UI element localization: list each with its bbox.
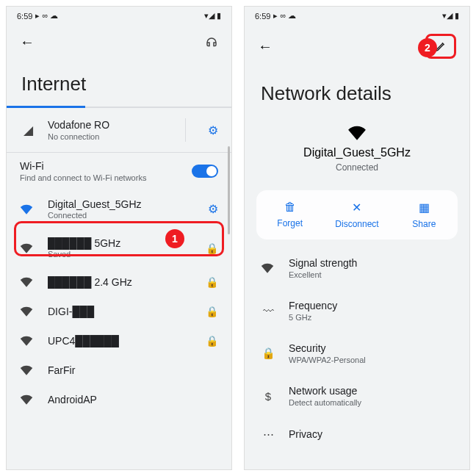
freq-icon: 〰 (261, 305, 275, 317)
detail-row[interactable]: 🔒SecurityWPA/WPA2-Personal (245, 332, 469, 375)
top-bar: ← (7, 25, 231, 60)
wifi-title: Wi-Fi (20, 160, 146, 172)
dollar-icon: $ (261, 390, 275, 403)
detail-value: 5 GHz (289, 313, 337, 322)
wifi-icon (20, 394, 36, 405)
network-name: Digital_Guest_5GHz (245, 146, 469, 159)
wifi-icon (245, 126, 469, 140)
status-right-icons: ▾◢ ▮ (442, 11, 459, 21)
back-icon[interactable]: ← (258, 38, 273, 55)
step-badge-2: 2 (418, 38, 437, 57)
tab-indicator (7, 106, 231, 108)
phone-left: 6:59▸ ∞ ☁ ▾◢ ▮ ← Internet ◢ Vodafone RON… (6, 6, 232, 470)
status-bar: 6:59▸ ∞ ☁ ▾◢ ▮ (7, 7, 231, 25)
detail-label: Signal strength (289, 257, 357, 269)
back-icon[interactable]: ← (20, 34, 35, 51)
detail-value: Excellent (289, 270, 357, 279)
network-name: AndroidAP (48, 394, 218, 405)
detail-label: Frequency (289, 300, 337, 311)
network-row[interactable]: UPC4██████🔒 (7, 326, 231, 356)
close-icon: ✕ (326, 201, 387, 214)
status-bar: 6:59▸ ∞ ☁ ▾◢ ▮ (245, 7, 469, 25)
wifi-icon (20, 277, 36, 287)
wifi-section: Wi-FiFind and connect to Wi-Fi networks (7, 152, 231, 190)
status-time: 6:59 (255, 12, 270, 21)
detail-label: Security (289, 342, 366, 354)
disconnect-button[interactable]: ✕Disconnect (323, 190, 390, 239)
status-right-icons: ▾◢ ▮ (204, 11, 221, 21)
carrier-name: Vodafone RO (48, 119, 173, 131)
lock-icon: 🔒 (206, 306, 218, 317)
scrollbar[interactable] (228, 146, 230, 234)
carrier-status: No connection (48, 132, 173, 141)
carrier-row[interactable]: ◢ Vodafone RONo connection ⚙ (7, 108, 231, 152)
detail-row[interactable]: ⋯Privacy (245, 417, 469, 451)
status-time: 6:59 (17, 12, 32, 21)
page-title: Internet (7, 60, 231, 106)
step-badge-1: 1 (165, 229, 184, 248)
wifi-sub: Find and connect to Wi-Fi networks (20, 173, 146, 182)
network-name: DIGI-███ (48, 306, 194, 317)
cellular-icon: ◢ (20, 123, 36, 138)
wifi-icon (20, 365, 36, 375)
detail-label: Network usage (289, 385, 361, 397)
network-row[interactable]: AndroidAP (7, 385, 231, 414)
gear-icon[interactable]: ⚙ (208, 123, 218, 137)
network-row[interactable]: FarFir (7, 356, 231, 385)
wifi-toggle[interactable] (192, 165, 218, 178)
detail-label: Privacy (289, 428, 322, 440)
trash-icon: 🗑 (259, 201, 320, 214)
wifi-icon (20, 204, 36, 214)
wifi-icon (20, 336, 36, 346)
lock-icon: 🔒 (206, 335, 218, 347)
wifi-icon (261, 263, 275, 273)
detail-row[interactable]: $Network usageDetect automatically (245, 375, 469, 417)
network-name: Digital_Guest_5GHz (48, 198, 196, 210)
qr-icon: ▦ (394, 201, 455, 214)
detail-value: Detect automatically (289, 398, 361, 407)
phone-right: 6:59▸ ∞ ☁ ▾◢ ▮ ← 2 Network details Digit… (244, 6, 470, 470)
gear-icon[interactable]: ⚙ (208, 202, 218, 216)
support-icon[interactable] (205, 36, 218, 49)
wifi-icon (20, 306, 36, 317)
network-name: ██████ 2.4 GHz (48, 276, 194, 288)
detail-row[interactable]: Signal strengthExcellent (245, 247, 469, 289)
network-row[interactable]: ██████ 2.4 GHz🔒 (7, 267, 231, 297)
network-name: FarFir (48, 364, 218, 376)
network-status: Connected (48, 211, 196, 220)
network-row[interactable]: DIGI-███🔒 (7, 297, 231, 326)
detail-row[interactable]: 〰Frequency5 GHz (245, 289, 469, 332)
divider (185, 118, 186, 142)
share-button[interactable]: ▦Share (391, 190, 458, 239)
lock-icon: 🔒 (261, 347, 275, 360)
network-status: Connected (245, 162, 469, 173)
priv-icon: ⋯ (261, 428, 275, 441)
detail-value: WPA/WPA2-Personal (289, 356, 366, 364)
lock-icon: 🔒 (206, 276, 218, 288)
action-bar: 🗑Forget ✕Disconnect ▦Share (256, 190, 458, 239)
page-title: Network details (245, 68, 469, 123)
network-header: Digital_Guest_5GHz Connected (245, 123, 469, 183)
status-icons: ▸ ∞ ☁ (35, 11, 58, 21)
highlight-box-1 (14, 221, 224, 256)
status-icons: ▸ ∞ ☁ (273, 11, 296, 21)
forget-button[interactable]: 🗑Forget (256, 190, 323, 239)
network-name: UPC4██████ (48, 335, 194, 347)
